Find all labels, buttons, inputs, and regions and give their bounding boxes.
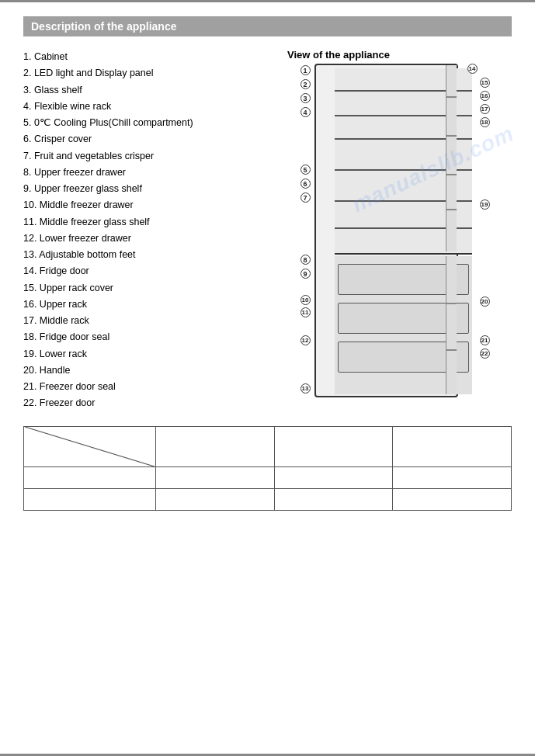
parts-list-item: 16. Upper rack [23, 297, 256, 313]
table-cell-3-2 [156, 488, 275, 510]
freezer-rack-divider-2 [446, 349, 457, 351]
main-area: 1. Cabinet2. LED light and Display panel… [23, 49, 512, 412]
fridge-door-rack [446, 65, 457, 251]
parts-list-item: 3. Glass shelf [23, 82, 256, 99]
label-8: 8 [301, 255, 311, 265]
table-cell-2-2 [156, 466, 275, 488]
parts-list-item: 9. Upper freezer glass shelf [23, 181, 256, 197]
parts-list-item: 22. Freezer door [23, 395, 256, 411]
label-4: 4 [301, 107, 311, 117]
table-cell-2-1 [24, 466, 156, 488]
table-cell-1-3 [274, 426, 393, 466]
parts-list-item: 21. Freezer door seal [23, 379, 256, 395]
table-cell-2-3 [274, 466, 393, 488]
table-row [24, 488, 512, 510]
parts-list-item: 11. Middle freezer glass shelf [23, 214, 256, 231]
specs-table [23, 426, 512, 511]
label-3: 3 [301, 93, 311, 103]
parts-list-item: 7. Fruit and vegetables crisper [23, 148, 256, 165]
label-19: 19 [480, 199, 490, 210]
parts-list-item: 18. Fridge door seal [23, 329, 256, 345]
label-15: 15 [480, 78, 490, 88]
parts-list-item: 5. 0℃ Cooling Plus(Chill compartment) [23, 115, 256, 131]
svg-line-0 [25, 427, 155, 466]
label-17: 17 [480, 104, 490, 114]
rack-divider-1 [446, 96, 457, 98]
table-cell-3-1 [24, 488, 156, 510]
parts-list-item: 19. Lower rack [23, 346, 256, 362]
rack-divider-3 [446, 174, 457, 175]
label-12: 12 [301, 335, 311, 345]
label-22: 22 [480, 349, 490, 359]
parts-list-item: 14. Fridge door [23, 263, 256, 279]
label-10: 10 [301, 295, 311, 305]
label-9: 9 [301, 269, 311, 279]
freezer-rack-divider-1 [446, 303, 457, 304]
table-cell-diagonal [24, 426, 156, 466]
label-5: 5 [301, 165, 311, 175]
parts-list-item: 1. Cabinet [23, 49, 256, 65]
parts-list-item: 6. Crisper cover [23, 131, 256, 147]
table-cell-3-3 [274, 488, 393, 510]
parts-list-item: 8. Upper freezer drawer [23, 165, 256, 181]
parts-list-item: 12. Lower freezer drawer [23, 231, 256, 247]
label-18: 18 [480, 117, 490, 127]
table-row [24, 466, 512, 488]
parts-list-item: 2. LED light and Display panel [23, 65, 256, 81]
table-cell-3-4 [393, 488, 512, 510]
label-2: 2 [301, 79, 311, 89]
label-14: 14 [467, 64, 478, 74]
table-row [24, 426, 512, 466]
table-cell-1-2 [156, 426, 275, 466]
label-11: 11 [301, 307, 311, 317]
rack-divider-4 [446, 209, 457, 210]
rack-divider-2 [446, 135, 457, 137]
label-13: 13 [301, 383, 311, 394]
label-7: 7 [301, 192, 311, 203]
label-16: 16 [480, 91, 490, 101]
diagram-label: View of the appliance [287, 49, 390, 61]
fridge-diagram: 1 2 3 4 5 6 7 8 9 10 11 [299, 64, 478, 397]
label-20: 20 [480, 297, 490, 307]
section-title: Description of the appliance [23, 16, 512, 36]
parts-list: 1. Cabinet2. LED light and Display panel… [23, 49, 256, 412]
label-1: 1 [301, 65, 311, 75]
label-6: 6 [301, 179, 311, 189]
parts-list-item: 13. Adjustable bottom feet [23, 247, 256, 263]
parts-list-item: 20. Handle [23, 362, 256, 379]
parts-list-item: 10. Middle freezer drawer [23, 197, 256, 213]
table-container [23, 426, 512, 511]
fridge-body [314, 64, 458, 397]
diagram-area: View of the appliance [264, 49, 512, 412]
parts-list-item: 15. Upper rack cover [23, 280, 256, 297]
table-cell-1-4 [393, 426, 512, 466]
parts-list-item: 4. Flexible wine rack [23, 99, 256, 115]
main-content: Description of the appliance 1. Cabinet2… [0, 2, 535, 518]
freezer-door-rack [446, 256, 457, 394]
diagonal-line-svg [24, 427, 155, 466]
table-cell-2-4 [393, 466, 512, 488]
parts-list-item: 17. Middle rack [23, 313, 256, 329]
label-21: 21 [480, 335, 490, 345]
